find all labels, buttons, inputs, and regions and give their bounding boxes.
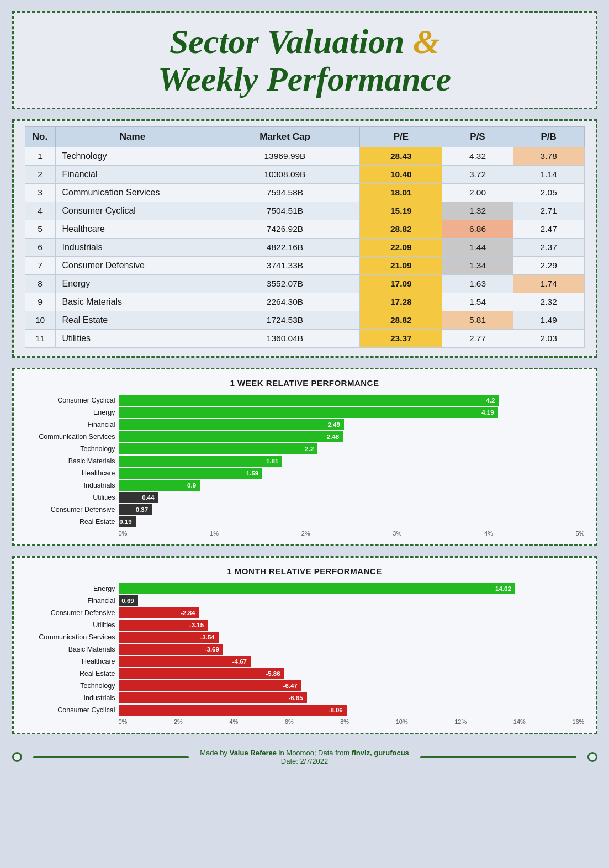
bar-value: -5.86	[263, 670, 282, 677]
cell-name: Energy	[55, 275, 210, 293]
chart-row: Industrials-6.65	[25, 692, 585, 704]
cell-no: 9	[25, 293, 55, 311]
cell-pe: 21.09	[360, 257, 442, 275]
cell-no: 6	[25, 239, 55, 257]
cell-pb: 2.05	[513, 184, 584, 202]
cell-name: Consumer Defensive	[55, 257, 210, 275]
cell-no: 8	[25, 275, 55, 293]
bar: -6.47	[119, 680, 301, 691]
bar-label: Industrials	[25, 694, 119, 702]
cell-name: Healthcare	[55, 220, 210, 239]
table-row: 11Utilities1360.04B23.372.772.03	[25, 330, 584, 348]
x-axis-label: 3%	[393, 530, 401, 537]
chart-row: Utilities0.44	[25, 491, 585, 504]
cell-pb: 2.47	[513, 220, 584, 239]
bar-label: Utilities	[25, 621, 119, 629]
table-row: 5Healthcare7426.92B28.826.862.47	[25, 220, 584, 239]
bar-container: 1.59	[119, 468, 585, 479]
bar: 2.48	[119, 431, 343, 442]
cell-no: 1	[25, 147, 55, 166]
chart-row: Technology2.2	[25, 443, 585, 455]
bar: -2.84	[119, 607, 199, 618]
cell-market-cap: 4822.16B	[210, 239, 360, 257]
chart-row: Consumer Defensive0.37	[25, 504, 585, 516]
bar-container: 0.19	[119, 516, 585, 527]
bar-label: Consumer Defensive	[25, 506, 119, 514]
bar-label: Technology	[25, 682, 119, 690]
bar-container: 2.48	[119, 431, 585, 442]
bar-container: 4.19	[119, 407, 585, 418]
bar-value: 1.81	[264, 458, 280, 464]
footer-line1: Made by Value Referee in Moomoo; Data fr…	[200, 749, 409, 757]
bar: 0.19	[119, 516, 136, 527]
cell-market-cap: 7594.58B	[210, 184, 360, 202]
bar: -6.65	[119, 692, 307, 703]
bar-container: -4.67	[119, 656, 585, 667]
cell-pb: 2.37	[513, 239, 584, 257]
cell-pb: 2.03	[513, 330, 584, 348]
chart-row: Energy14.02	[25, 583, 585, 595]
x-axis-label: 4%	[484, 530, 493, 537]
x-axis: 0%2%4%6%8%10%12%14%16%	[25, 718, 585, 725]
bar-label: Consumer Cyclical	[25, 706, 119, 714]
col-pe: P/E	[360, 127, 442, 147]
bar-value: 4.2	[484, 397, 497, 404]
x-axis-label: 5%	[576, 530, 585, 537]
month-chart-section: 1 MONTH RELATIVE PERFORMANCE Energy14.02…	[12, 556, 597, 734]
x-axis-label: 1%	[210, 530, 219, 537]
week-chart-section: 1 WEEK RELATIVE PERFORMANCE Consumer Cyc…	[12, 368, 597, 546]
bar: 14.02	[119, 583, 515, 594]
cell-no: 5	[25, 220, 55, 239]
bar: -3.54	[119, 632, 219, 643]
x-axis-label: 16%	[572, 718, 584, 725]
cell-market-cap: 7504.51B	[210, 202, 360, 220]
x-axis-label: 12%	[454, 718, 467, 725]
cell-name: Real Estate	[55, 311, 210, 330]
bar-label: Energy	[25, 585, 119, 592]
bar-value: 4.19	[479, 409, 496, 416]
month-chart-area: Energy14.02Financial0.69Consumer Defensi…	[25, 583, 585, 725]
bar-container: 0.44	[119, 492, 585, 503]
cell-pe: 17.09	[360, 275, 442, 293]
cell-no: 7	[25, 257, 55, 275]
col-market-cap: Market Cap	[210, 127, 360, 147]
cell-pe: 10.40	[360, 166, 442, 184]
footer-circle-left	[12, 752, 22, 762]
cell-market-cap: 3552.07B	[210, 275, 360, 293]
cell-pe: 18.01	[360, 184, 442, 202]
chart-row: Healthcare1.59	[25, 467, 585, 479]
table-row: 9Basic Materials2264.30B17.281.542.32	[25, 293, 584, 311]
table-row: 4Consumer Cyclical7504.51B15.191.322.71	[25, 202, 584, 220]
bar-value: -6.65	[286, 695, 305, 701]
cell-name: Basic Materials	[55, 293, 210, 311]
cell-ps: 2.00	[442, 184, 513, 202]
footer-line-left	[33, 756, 189, 758]
cell-ps: 1.54	[442, 293, 513, 311]
week-chart-area: Consumer Cyclical4.2Energy4.19Financial2…	[25, 394, 585, 537]
bar-label: Consumer Cyclical	[25, 396, 119, 404]
cell-no: 10	[25, 311, 55, 330]
footer-line2: Date: 2/7/2022	[200, 757, 409, 765]
cell-pe: 28.43	[360, 147, 442, 166]
x-axis-labels: 0%2%4%6%8%10%12%14%16%	[119, 718, 585, 725]
x-axis-label: 2%	[174, 718, 183, 725]
cell-name: Industrials	[55, 239, 210, 257]
cell-name: Communication Services	[55, 184, 210, 202]
cell-ps: 1.32	[442, 202, 513, 220]
bar-value: 1.59	[244, 470, 261, 477]
bar-container: -2.84	[119, 607, 585, 618]
bar-container: -6.47	[119, 680, 585, 691]
chart-row: Consumer Defensive-2.84	[25, 607, 585, 619]
footer-text: Made by Value Referee in Moomoo; Data fr…	[200, 749, 409, 765]
cell-pb: 2.71	[513, 202, 584, 220]
table-section: No. Name Market Cap P/E P/S P/B 1Technol…	[12, 119, 597, 358]
bar: 0.37	[119, 504, 152, 515]
chart-row: Real Estate0.19	[25, 516, 585, 528]
x-axis: 0%1%2%3%4%5%	[25, 530, 585, 537]
x-axis-label: 8%	[340, 718, 349, 725]
x-axis-label: 6%	[285, 718, 294, 725]
bar-container: 2.2	[119, 443, 585, 454]
title-line2: Weekly Performance	[158, 60, 451, 98]
cell-name: Financial	[55, 166, 210, 184]
col-pb: P/B	[513, 127, 584, 147]
